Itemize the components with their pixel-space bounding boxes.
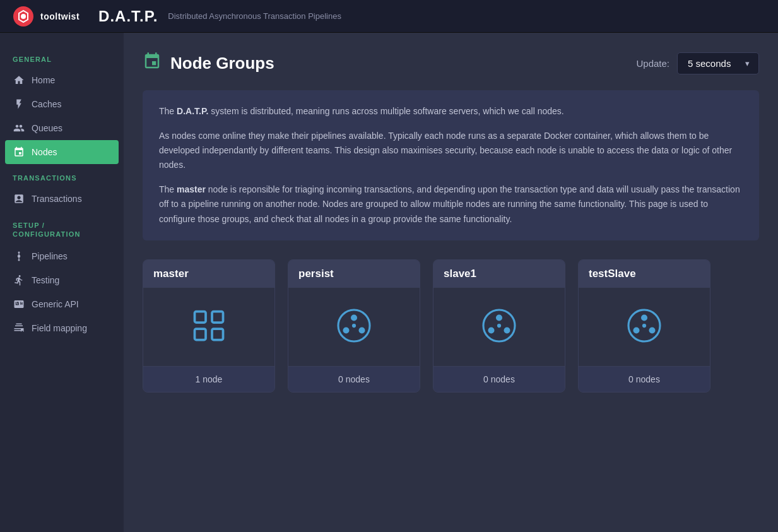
node-card-body-testSlave [579,288,710,366]
sidebar: GENERAL Home Caches Queues Nodes [0,33,124,532]
chevron-down-icon: ▾ [745,59,750,68]
bolt-icon [13,98,25,110]
node-card-body-master [143,288,274,366]
sidebar-item-caches-label: Caches [32,99,61,109]
logo-area: tooltwist [13,6,80,27]
node-card-header-master: master [143,260,274,288]
svg-point-23 [634,327,640,333]
sidebar-item-generic-api-label: Generic API [32,299,79,309]
field-mapping-icon [13,322,25,334]
sidebar-section-transactions: TRANSACTIONS [0,164,124,187]
node-groups-icon [143,52,162,75]
sidebar-item-nodes[interactable]: Nodes [5,140,119,164]
svg-point-24 [649,327,656,333]
update-dropdown[interactable]: 5 seconds ▾ [677,52,759,74]
sidebar-item-home-label: Home [32,75,55,85]
sidebar-item-pipelines[interactable]: Pipelines [0,244,124,268]
node-card-footer-slave1: 0 nodes [433,366,565,392]
svg-rect-7 [195,311,206,322]
svg-point-14 [359,327,365,333]
master-icon [190,307,228,347]
node-card-header-testSlave: testSlave [579,260,710,288]
svg-rect-9 [212,311,223,322]
sidebar-section-general: GENERAL [0,45,124,68]
node-cards: master 1 nodepersist 0 nodesslave1 0 nod… [143,259,759,393]
info-para-3: The master node is reponsible for triagi… [159,182,743,226]
main-content: Node Groups Update: 5 seconds ▾ The D.A.… [124,33,778,532]
node-card-persist[interactable]: persist 0 nodes [288,259,420,393]
app-title: D.A.T.P. [98,8,158,25]
node-card-master[interactable]: master 1 node [143,259,275,393]
svg-point-13 [343,327,350,333]
sidebar-item-field-mapping-label: Field mapping [32,323,87,333]
update-control: Update: 5 seconds ▾ [636,52,759,74]
node-card-footer-master: 1 node [143,366,274,392]
svg-point-1 [21,14,26,19]
node-card-header-slave1: slave1 [433,260,565,288]
page-header: Node Groups Update: 5 seconds ▾ [143,52,759,75]
svg-point-3 [18,251,20,253]
transactions-icon [13,192,25,205]
update-dropdown-value: 5 seconds [688,58,731,69]
master-bold: master [177,184,206,194]
logo-icon [13,6,34,27]
svg-point-18 [488,327,495,333]
api-icon [13,298,25,310]
svg-rect-8 [195,329,206,340]
sidebar-item-testing-label: Testing [32,275,59,285]
sidebar-item-queues-label: Queues [32,123,62,133]
node-card-footer-persist: 0 nodes [288,366,420,392]
svg-point-22 [641,314,647,321]
page-title-area: Node Groups [143,52,274,75]
pipelines-icon [13,250,25,263]
svg-point-25 [642,324,646,328]
page-title: Node Groups [170,54,274,73]
node-card-header-persist: persist [288,260,420,288]
node-card-footer-testSlave: 0 nodes [579,366,710,392]
logo-brand: tooltwist [40,11,80,21]
node-card-testSlave[interactable]: testSlave 0 nodes [578,259,710,393]
persist-icon [335,307,373,347]
sidebar-item-queues[interactable]: Queues [0,116,124,140]
svg-point-17 [496,314,502,321]
info-para-3-text: node is reponsible for triaging incoming… [159,184,740,223]
slave1-icon [480,307,518,347]
topnav: tooltwist D.A.T.P. Distributed Asynchron… [0,0,778,33]
sidebar-item-home[interactable]: Home [0,68,124,92]
svg-point-4 [18,259,20,261]
svg-point-2 [18,254,21,257]
sidebar-item-transactions[interactable]: Transactions [0,187,124,211]
info-para-1: The D.A.T.P. system is distributed, mean… [159,104,743,119]
group-icon [13,122,25,134]
svg-point-12 [351,314,357,321]
svg-rect-10 [212,329,223,340]
sidebar-item-generic-api[interactable]: Generic API [0,292,124,316]
svg-point-15 [352,324,356,328]
sidebar-item-testing[interactable]: Testing [0,268,124,292]
sidebar-item-transactions-label: Transactions [32,194,82,204]
svg-point-20 [497,324,501,328]
app-subtitle: Distributed Asynchronous Transaction Pip… [168,11,341,21]
sidebar-section-setup: SETUP /CONFIGURATION [0,211,124,244]
info-box: The D.A.T.P. system is distributed, mean… [143,90,759,240]
sidebar-item-nodes-label: Nodes [32,147,57,157]
sidebar-item-caches[interactable]: Caches [0,92,124,116]
nodes-icon [13,146,25,158]
node-card-slave1[interactable]: slave1 0 nodes [433,259,565,393]
sidebar-item-pipelines-label: Pipelines [32,251,68,261]
svg-point-19 [504,327,510,333]
node-card-body-slave1 [433,288,565,366]
node-card-body-persist [288,288,420,366]
info-para-2: As nodes come online they make their pip… [159,129,743,172]
sidebar-item-field-mapping[interactable]: Field mapping [0,316,124,340]
update-label: Update: [636,58,669,69]
testSlave-icon [625,307,663,347]
home-icon [13,74,25,86]
datp-brand-1: D.A.T.P. [177,106,208,116]
testing-icon [13,274,25,287]
